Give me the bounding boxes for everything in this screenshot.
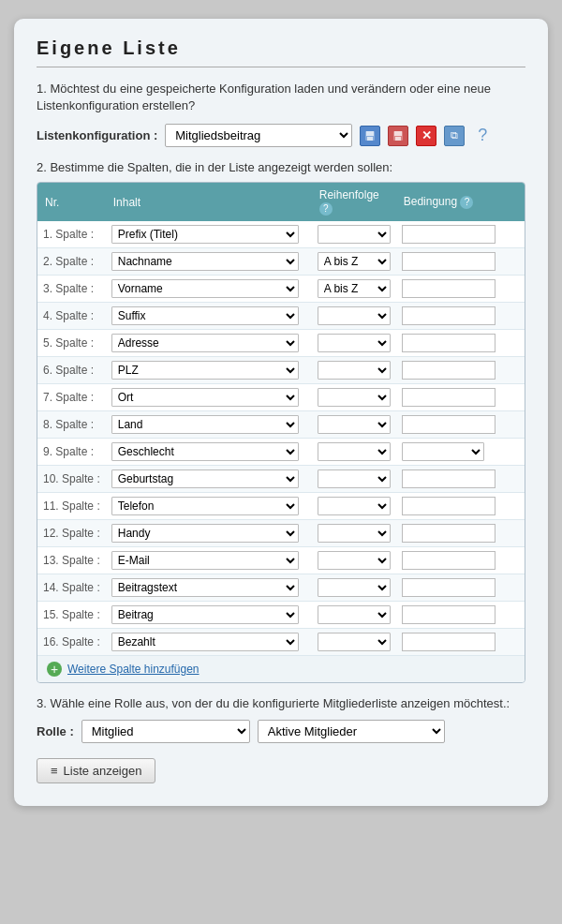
cell-reihenfolge — [312, 438, 396, 465]
cell-nr: 12. Spalte : — [37, 519, 106, 546]
cell-bedingung — [396, 302, 525, 329]
table-row: 11. Spalte :Telefon — [37, 492, 525, 519]
inhalt-select[interactable]: Ort — [111, 388, 299, 407]
reihenfolge-select[interactable] — [318, 442, 391, 461]
bedingung-input[interactable] — [402, 415, 495, 434]
table-row: 14. Spalte :Beitragstext — [37, 574, 525, 601]
cell-inhalt: Vorname — [106, 275, 312, 302]
reihenfolge-select[interactable] — [318, 578, 391, 597]
svg-rect-1 — [366, 131, 374, 136]
columns-table-wrap: Nr. Inhalt Reihenfolge ? Bedingung ? 1. … — [37, 182, 525, 683]
help-icon[interactable]: ? — [472, 126, 493, 146]
inhalt-select[interactable]: Handy — [111, 524, 299, 543]
cell-reihenfolge: A bis Z — [312, 247, 396, 275]
cell-inhalt: Beitrag — [106, 601, 312, 628]
inhalt-select[interactable]: Bezahlt — [111, 633, 299, 651]
bedingung-input[interactable] — [402, 578, 495, 597]
cell-bedingung — [396, 546, 525, 574]
cell-inhalt: Handy — [106, 519, 312, 546]
table-row: 7. Spalte :Ort — [37, 383, 525, 410]
inhalt-select[interactable]: Telefon — [111, 497, 299, 515]
bedingung-input[interactable] — [402, 633, 495, 651]
bedingung-input[interactable] — [402, 605, 495, 624]
cell-bedingung — [396, 356, 525, 383]
bedingung-input[interactable] — [402, 469, 495, 488]
bedingung-help-icon[interactable]: ? — [460, 196, 473, 209]
inhalt-select[interactable]: Geschlecht — [111, 442, 299, 461]
cell-reihenfolge — [312, 628, 396, 655]
inhalt-select[interactable]: Adresse — [111, 334, 299, 352]
cell-inhalt: Geschlecht — [106, 438, 312, 465]
bedingung-input[interactable] — [402, 361, 495, 380]
reihenfolge-select[interactable] — [318, 334, 391, 352]
table-row: 13. Spalte :E-Mail — [37, 546, 525, 574]
copy-icon[interactable]: ⧉ — [444, 126, 465, 146]
bedingung-input[interactable] — [402, 306, 495, 325]
inhalt-select[interactable]: Land — [111, 415, 299, 434]
liste-anzeigen-button[interactable]: ≡ Liste anzeigen — [37, 758, 155, 783]
inhalt-select[interactable]: Prefix (Titel) — [111, 225, 299, 244]
save-icon[interactable] — [360, 126, 380, 146]
liste-btn-icon: ≡ — [51, 764, 58, 778]
add-spalte-link[interactable]: Weitere Spalte hinzufügen — [67, 663, 200, 676]
reihenfolge-select[interactable] — [318, 415, 391, 434]
inhalt-select[interactable]: PLZ — [111, 361, 299, 380]
reihenfolge-select[interactable] — [318, 605, 391, 624]
inhalt-select[interactable]: Beitragstext — [111, 578, 299, 597]
cell-reihenfolge — [312, 465, 396, 492]
bedingung-input[interactable] — [402, 279, 495, 298]
listconfig-select[interactable]: Mitgliedsbeitrag — [165, 124, 352, 147]
reihenfolge-help-icon[interactable]: ? — [319, 202, 333, 216]
inhalt-select[interactable]: Vorname — [111, 279, 299, 298]
cell-reihenfolge — [312, 329, 396, 356]
delete-icon[interactable]: ✕ — [416, 126, 436, 146]
bedingung-input[interactable] — [402, 252, 495, 271]
inhalt-select[interactable]: E-Mail — [111, 551, 299, 570]
reihenfolge-select[interactable] — [318, 388, 391, 407]
reihenfolge-select[interactable]: A bis Z — [318, 252, 391, 271]
svg-rect-5 — [395, 137, 401, 141]
cell-reihenfolge — [312, 302, 396, 329]
reihenfolge-select[interactable] — [318, 497, 391, 515]
reihenfolge-select[interactable] — [318, 524, 391, 543]
reihenfolge-select[interactable] — [318, 361, 391, 380]
inhalt-select[interactable]: Geburtstag — [111, 469, 299, 488]
cell-nr: 16. Spalte : — [37, 628, 106, 655]
cell-nr: 14. Spalte : — [37, 574, 106, 601]
bedingung-input[interactable] — [402, 524, 495, 543]
table-row: 6. Spalte :PLZ — [37, 356, 525, 383]
cell-nr: 3. Spalte : — [37, 275, 106, 302]
reihenfolge-select[interactable] — [318, 225, 391, 244]
table-row: 16. Spalte :Bezahlt — [37, 628, 525, 655]
liste-btn-label: Liste anzeigen — [64, 764, 142, 778]
reihenfolge-select[interactable]: A bis Z — [318, 279, 391, 298]
rolle-row: Rolle : Mitglied Aktive Mitglieder — [37, 720, 525, 743]
cell-bedingung — [396, 383, 525, 410]
bedingung-input[interactable] — [402, 334, 495, 352]
bedingung-input[interactable] — [402, 388, 495, 407]
reihenfolge-select[interactable] — [318, 306, 391, 325]
saveas-icon[interactable] — [388, 126, 408, 146]
cell-reihenfolge — [312, 546, 396, 574]
bedingung-input[interactable] — [402, 497, 495, 515]
reihenfolge-select[interactable] — [318, 551, 391, 570]
cell-nr: 11. Spalte : — [37, 492, 106, 519]
rolle-select1[interactable]: Mitglied — [81, 720, 250, 743]
bedingung-input[interactable] — [402, 225, 495, 244]
inhalt-select[interactable]: Nachname — [111, 252, 299, 271]
inhalt-select[interactable]: Suffix — [111, 306, 299, 325]
table-row: 3. Spalte :VornameA bis Z — [37, 275, 525, 302]
reihenfolge-select[interactable] — [318, 633, 391, 651]
bedingung-input[interactable] — [402, 551, 495, 570]
rolle-select2[interactable]: Aktive Mitglieder — [258, 720, 445, 743]
cell-bedingung — [396, 601, 525, 628]
table-row: 5. Spalte :Adresse — [37, 329, 525, 356]
cell-nr: 5. Spalte : — [37, 329, 106, 356]
cell-nr: 6. Spalte : — [37, 356, 106, 383]
rolle-label: Rolle : — [37, 724, 74, 738]
cell-reihenfolge — [312, 221, 396, 248]
bedingung-select[interactable] — [402, 442, 484, 461]
reihenfolge-select[interactable] — [318, 469, 391, 488]
listconfig-row: Listenkonfiguration : Mitgliedsbeitrag ✕… — [37, 124, 525, 147]
inhalt-select[interactable]: Beitrag — [111, 605, 299, 624]
